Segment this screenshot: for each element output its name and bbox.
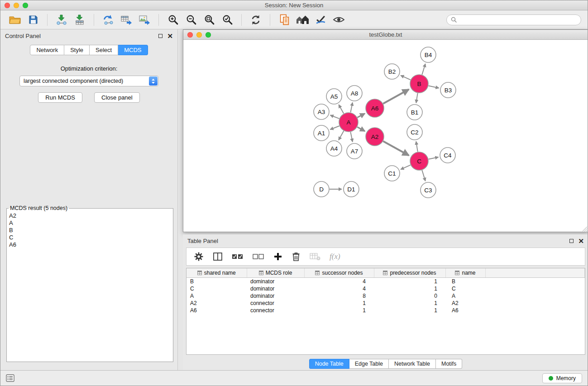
export-network-button[interactable]	[100, 12, 116, 28]
table-tab-network-table[interactable]: Network Table	[389, 359, 436, 369]
node-A8[interactable]: A8	[347, 86, 362, 101]
column-header-MCDS-role[interactable]: MCDS role	[247, 268, 304, 277]
mcds-result-item[interactable]: C	[9, 234, 171, 241]
zoom-fit-button[interactable]	[201, 12, 217, 28]
deselect-all-rows-button[interactable]	[253, 253, 264, 260]
open-session-button[interactable]	[7, 12, 23, 28]
column-header-shared-name[interactable]: shared name	[186, 268, 247, 277]
apply-layout-button[interactable]	[248, 12, 264, 28]
import-network-button[interactable]	[53, 12, 70, 28]
tab-style[interactable]: Style	[64, 45, 90, 55]
node-D1[interactable]: D1	[344, 181, 359, 197]
zoom-network-window-button[interactable]	[206, 32, 211, 38]
function-builder-button[interactable]: f(x)	[330, 252, 340, 261]
node-A5[interactable]: A5	[326, 89, 342, 104]
node-A1[interactable]: A1	[314, 125, 329, 141]
edge-A-A6[interactable]	[357, 114, 365, 118]
edge-B-B3[interactable]	[429, 86, 439, 88]
tab-mcds[interactable]: MCDS	[118, 45, 148, 55]
minimize-network-window-button[interactable]	[196, 32, 202, 38]
search-input[interactable]	[459, 17, 577, 23]
zoom-in-button[interactable]	[165, 12, 181, 28]
node-A2[interactable]: A2	[366, 128, 384, 146]
node-A6[interactable]: A6	[366, 99, 384, 117]
resize-grip[interactable]	[582, 225, 588, 231]
node-C3[interactable]: C3	[421, 182, 436, 198]
edge-A-A5[interactable]	[339, 105, 344, 114]
edge-B-B2[interactable]	[401, 76, 411, 80]
edge-A-A1[interactable]	[330, 126, 339, 129]
mcds-result-item[interactable]: A	[9, 219, 171, 227]
float-table-panel-icon[interactable]	[569, 239, 574, 243]
save-session-button[interactable]	[25, 12, 41, 28]
edge-A6-B[interactable]	[383, 90, 409, 104]
close-window-button[interactable]	[5, 3, 10, 8]
show-graphics-details-button[interactable]	[330, 12, 347, 28]
export-table-button[interactable]	[118, 12, 134, 28]
node-C2[interactable]: C2	[407, 124, 422, 140]
node-B4[interactable]: B4	[421, 47, 436, 62]
node-A7[interactable]: A7	[347, 143, 362, 159]
column-header-predecessor-nodes[interactable]: predecessor nodes	[374, 268, 445, 277]
edge-A-A4[interactable]	[339, 131, 344, 140]
run-mcds-button[interactable]: Run MCDS	[38, 92, 82, 103]
edge-C-C1[interactable]	[401, 165, 411, 170]
edge-A-A2[interactable]	[357, 127, 365, 131]
node-B3[interactable]: B3	[440, 82, 456, 98]
table-row[interactable]: Bdominator41B	[186, 277, 585, 285]
node-C1[interactable]: C1	[384, 166, 400, 181]
tab-network[interactable]: Network	[30, 45, 64, 55]
toolbar-search-field[interactable]	[446, 14, 581, 25]
table-row[interactable]: A6connector11A6	[186, 307, 585, 314]
select-all-rows-button[interactable]	[232, 253, 244, 260]
close-table-panel-icon[interactable]: ✕	[578, 238, 584, 244]
table-row[interactable]: Adominator80A	[186, 292, 585, 300]
export-image-button[interactable]	[136, 12, 153, 28]
node-A3[interactable]: A3	[314, 104, 329, 119]
show-panel-toggle-button[interactable]	[6, 374, 14, 382]
edge-A-A7[interactable]	[350, 132, 352, 142]
minimize-window-button[interactable]	[14, 3, 19, 8]
edge-C-C2[interactable]	[416, 142, 418, 152]
apply-style-button[interactable]	[312, 12, 329, 28]
network-canvas-svg[interactable]: AA1A2A3A4A5A6A7A8BB1B2B3B4CC1C2C3C4DD1	[183, 40, 588, 232]
close-network-window-button[interactable]	[187, 32, 193, 38]
edge-A-A8[interactable]	[350, 103, 352, 113]
network-canvas[interactable]: AA1A2A3A4A5A6A7A8BB1B2B3B4CC1C2C3C4DD1	[183, 40, 588, 232]
node-C[interactable]: C	[410, 152, 428, 170]
network-snapshot-button[interactable]	[276, 12, 292, 28]
edge-A-A3[interactable]	[330, 115, 339, 119]
column-header-name[interactable]: name	[445, 268, 485, 277]
node-A4[interactable]: A4	[326, 141, 342, 156]
criterion-dropdown[interactable]: largest connected component (directed)	[19, 76, 158, 86]
edge-C-C4[interactable]	[429, 157, 439, 159]
table-row[interactable]: A2connector11A2	[186, 300, 585, 307]
close-panel-icon[interactable]: ✕	[167, 33, 173, 39]
float-panel-icon[interactable]	[158, 34, 163, 38]
node-B2[interactable]: B2	[384, 64, 400, 79]
home-button[interactable]	[294, 12, 311, 28]
close-panel-button[interactable]: Close panel	[94, 92, 140, 103]
mcds-result-item[interactable]: B	[9, 227, 171, 234]
zoom-out-button[interactable]	[183, 12, 199, 28]
edge-A2-C[interactable]	[383, 141, 409, 155]
add-column-button[interactable]	[273, 252, 282, 261]
zoom-window-button[interactable]	[23, 3, 28, 8]
node-D[interactable]: D	[314, 181, 329, 197]
mcds-result-item[interactable]: A2	[9, 212, 171, 219]
edge-B-B4[interactable]	[422, 64, 425, 75]
table-tab-node-table[interactable]: Node Table	[309, 359, 349, 369]
zoom-selected-button[interactable]	[219, 12, 235, 28]
edge-B-B1[interactable]	[416, 93, 417, 103]
edge-C-C3[interactable]	[422, 170, 425, 181]
node-C4[interactable]: C4	[440, 148, 455, 163]
table-tab-motifs[interactable]: Motifs	[436, 359, 462, 369]
delete-column-button[interactable]	[292, 252, 301, 262]
node-B1[interactable]: B1	[407, 105, 422, 120]
import-table-button[interactable]	[72, 12, 88, 28]
column-selector-button[interactable]	[213, 252, 223, 261]
mcds-result-item[interactable]: A6	[9, 241, 171, 248]
node-A[interactable]: A	[339, 113, 358, 132]
table-row[interactable]: Cdominator41C	[186, 285, 585, 292]
column-header-successor-nodes[interactable]: successor nodes	[304, 268, 374, 277]
